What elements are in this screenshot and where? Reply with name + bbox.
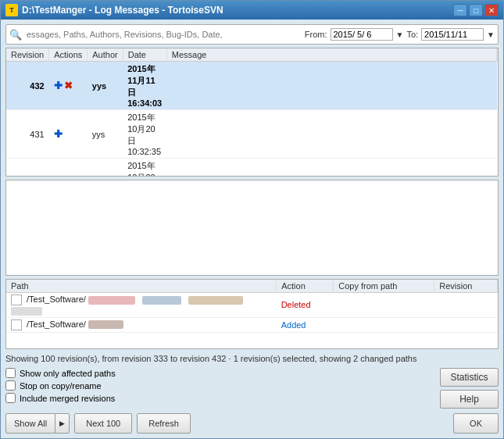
path-blur-1 bbox=[88, 296, 135, 305]
date-range: From: ▼ To: ▼ bbox=[305, 28, 495, 41]
path-row[interactable]: /Test_Software/ Added bbox=[6, 317, 498, 332]
stop-on-copy-row[interactable]: Stop on copy/rename bbox=[5, 380, 434, 391]
action-cell: Deleted bbox=[277, 293, 334, 318]
copy-from-cell bbox=[334, 293, 434, 318]
col-copy-from: Copy from path bbox=[334, 280, 434, 293]
minimize-button[interactable]: ─ bbox=[453, 4, 467, 16]
action-cell: Added bbox=[277, 317, 334, 332]
status-bar: Showing 100 revision(s), from revision 3… bbox=[5, 352, 499, 365]
side-buttons: Statistics Help bbox=[440, 368, 499, 409]
cell-message bbox=[166, 159, 496, 177]
search-icon: 🔍 bbox=[9, 29, 22, 41]
detail-area bbox=[5, 180, 499, 276]
path-blur-5 bbox=[88, 320, 123, 329]
from-date-input[interactable] bbox=[331, 28, 393, 41]
status-text: Showing 100 revision(s), from revision 3… bbox=[5, 354, 416, 363]
date-dropdown-icon[interactable]: ▼ bbox=[396, 30, 404, 39]
affected-paths-checkbox[interactable] bbox=[5, 368, 16, 378]
window-controls: ─ □ ✕ bbox=[453, 4, 499, 16]
table-row[interactable]: 432 ✚ ✖ yys 2015年11月11日 16:34:03 bbox=[6, 62, 498, 110]
path-row[interactable]: /Test_Software/ Deleted bbox=[6, 293, 498, 318]
path-cell: /Test_Software/ bbox=[6, 293, 277, 318]
path-name: /Test_Software/ bbox=[27, 294, 86, 304]
col-revision: Revision bbox=[434, 280, 498, 293]
cell-date: 2015年11月11日 16:34:03 bbox=[123, 62, 166, 110]
path-blur-2 bbox=[142, 296, 181, 305]
include-merged-row[interactable]: Include merged revisions bbox=[5, 393, 434, 403]
title-bar: T D:\TestManger - Log Messages - Tortois… bbox=[1, 1, 503, 20]
search-input[interactable] bbox=[27, 30, 300, 39]
table-row[interactable]: 431 ✚ yys 2015年10月20日 10:32:35 bbox=[6, 110, 498, 159]
copy-from-cell bbox=[334, 317, 434, 332]
cell-date: 2015年10月20日 10:32:35 bbox=[123, 110, 166, 159]
cell-author: yys bbox=[88, 110, 123, 159]
add-icon: ✚ bbox=[54, 128, 63, 140]
cell-actions: ✚ ✖ bbox=[49, 62, 88, 110]
revision-cell bbox=[434, 293, 498, 318]
cell-date: 2015年10月20日 10:30:52 bbox=[123, 159, 166, 177]
revision-cell bbox=[434, 317, 498, 332]
affected-paths-row[interactable]: Show only affected paths bbox=[5, 368, 434, 378]
maximize-button[interactable]: □ bbox=[469, 4, 483, 16]
cell-author: yys bbox=[88, 159, 123, 177]
bottom-bar: Show All ▶ Next 100 Refresh OK bbox=[5, 412, 499, 434]
cell-revision: 430 bbox=[6, 159, 49, 177]
path-table: Path Action Copy from path Revision /Tes… bbox=[6, 280, 498, 333]
action-deleted: Deleted bbox=[281, 300, 311, 309]
col-action: Action bbox=[277, 280, 334, 293]
include-merged-label: Include merged revisions bbox=[20, 394, 115, 403]
col-message: Message bbox=[166, 48, 496, 62]
show-group: Show All ▶ bbox=[5, 413, 70, 434]
path-cell: /Test_Software/ bbox=[6, 317, 277, 332]
col-author: Author bbox=[88, 48, 123, 62]
cell-revision: 432 bbox=[6, 62, 49, 110]
cell-actions: ✚ bbox=[49, 110, 88, 159]
col-date: Date bbox=[123, 48, 166, 62]
col-actions: Actions bbox=[49, 48, 88, 62]
action-added: Added bbox=[281, 320, 306, 330]
cell-message bbox=[166, 62, 496, 110]
close-button[interactable]: ✕ bbox=[484, 4, 499, 16]
checkboxes-group: Show only affected paths Stop on copy/re… bbox=[5, 368, 434, 403]
col-path: Path bbox=[6, 280, 277, 293]
to-date-input[interactable] bbox=[421, 28, 484, 41]
affected-paths-label: Show only affected paths bbox=[20, 369, 116, 378]
cell-message bbox=[166, 110, 496, 159]
cell-actions: ✚ bbox=[49, 159, 88, 177]
options-row: Show only affected paths Stop on copy/re… bbox=[5, 368, 499, 409]
include-merged-checkbox[interactable] bbox=[5, 393, 16, 403]
path-blur-4 bbox=[11, 307, 42, 316]
log-table-container: Revision Actions Author Date Message 432… bbox=[5, 48, 499, 177]
path-file-icon bbox=[11, 319, 22, 330]
col-scrollbar bbox=[497, 48, 498, 62]
to-label: To: bbox=[406, 30, 418, 39]
cell-author: yys bbox=[88, 62, 123, 110]
ok-button[interactable]: OK bbox=[453, 413, 499, 434]
add-icon: ✚ bbox=[54, 80, 63, 91]
window-title: D:\TestManger - Log Messages - TortoiseS… bbox=[22, 5, 453, 16]
help-button[interactable]: Help bbox=[440, 390, 499, 409]
stop-on-copy-label: Stop on copy/rename bbox=[20, 381, 102, 391]
main-window: T D:\TestManger - Log Messages - Tortois… bbox=[0, 0, 504, 439]
next-100-button[interactable]: Next 100 bbox=[74, 413, 132, 434]
cell-revision: 431 bbox=[6, 110, 49, 159]
app-icon: T bbox=[5, 4, 18, 16]
table-row[interactable]: 430 ✚ yys 2015年10月20日 10:30:52 bbox=[6, 159, 498, 177]
show-all-button[interactable]: Show All bbox=[5, 413, 55, 434]
from-label: From: bbox=[305, 30, 327, 39]
path-file-icon bbox=[11, 294, 22, 305]
path-blur-3 bbox=[188, 296, 243, 305]
path-table-container: Path Action Copy from path Revision /Tes… bbox=[5, 279, 499, 349]
to-date-dropdown-icon[interactable]: ▼ bbox=[487, 30, 495, 39]
search-bar: 🔍 From: ▼ To: ▼ bbox=[5, 24, 499, 45]
del-icon: ✖ bbox=[64, 80, 73, 91]
show-arrow-button[interactable]: ▶ bbox=[55, 413, 70, 434]
log-table: Revision Actions Author Date Message 432… bbox=[6, 48, 498, 177]
col-revision: Revision bbox=[6, 48, 49, 62]
refresh-button[interactable]: Refresh bbox=[137, 413, 191, 434]
content-area: 🔍 From: ▼ To: ▼ Revision Actions Author bbox=[1, 20, 503, 438]
stop-on-copy-checkbox[interactable] bbox=[5, 380, 16, 391]
statistics-button[interactable]: Statistics bbox=[440, 368, 499, 387]
path-name: /Test_Software/ bbox=[27, 319, 86, 329]
